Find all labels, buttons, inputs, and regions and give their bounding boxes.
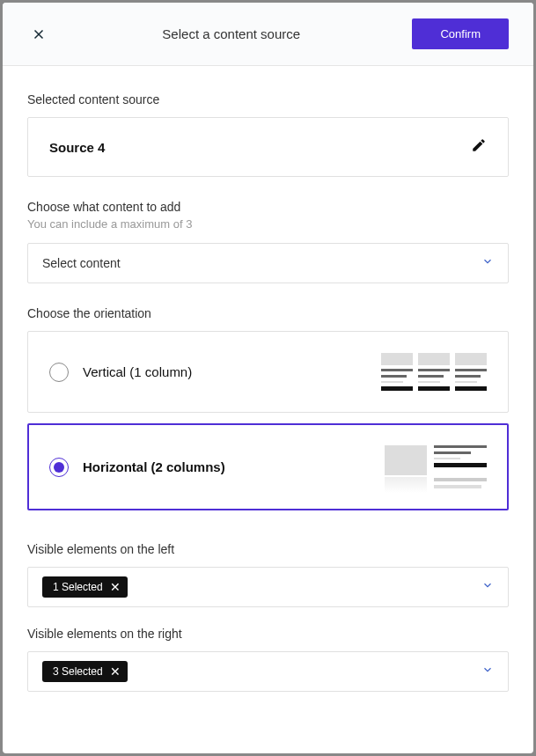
orientation-horizontal-option[interactable]: Horizontal (2 columns) xyxy=(27,423,509,510)
modal-title: Select a content source xyxy=(162,26,300,41)
visible-right-pill[interactable]: 3 Selected ✕ xyxy=(42,661,128,682)
pill-remove-icon[interactable]: ✕ xyxy=(110,581,121,593)
selected-source-name: Source 4 xyxy=(49,140,105,155)
modal-header: Select a content source Confirm xyxy=(3,3,533,66)
radio-dot xyxy=(54,462,64,473)
content-select-placeholder: Select content xyxy=(42,256,121,270)
chevron-down-icon xyxy=(481,579,494,595)
confirm-button[interactable]: Confirm xyxy=(412,18,509,49)
modal: Select a content source Confirm Selected… xyxy=(3,3,533,753)
orientation-vertical-option[interactable]: Vertical (1 column) xyxy=(27,331,509,413)
selected-source-card: Source 4 xyxy=(27,117,509,177)
orientation-vertical-label: Vertical (1 column) xyxy=(83,364,192,379)
close-icon xyxy=(31,26,47,42)
visible-left-label: Visible elements on the left xyxy=(27,542,509,556)
chevron-down-icon xyxy=(481,255,494,271)
visible-right-label: Visible elements on the right xyxy=(27,627,509,641)
close-button[interactable] xyxy=(27,23,50,46)
visible-right-dropdown[interactable]: 3 Selected ✕ xyxy=(27,651,509,692)
visible-left-dropdown[interactable]: 1 Selected ✕ xyxy=(27,567,509,607)
modal-content: Selected content source Source 4 Choose … xyxy=(3,66,533,753)
orientation-horizontal-label: Horizontal (2 columns) xyxy=(83,459,225,474)
preview-horizontal xyxy=(385,445,487,488)
radio-horizontal[interactable] xyxy=(49,458,69,477)
content-add-label: Choose what content to add xyxy=(27,200,509,214)
edit-button[interactable] xyxy=(471,137,487,157)
pencil-icon xyxy=(471,137,487,153)
selected-source-label: Selected content source xyxy=(27,92,509,106)
pill-remove-icon[interactable]: ✕ xyxy=(110,665,121,678)
radio-vertical[interactable] xyxy=(49,363,69,382)
preview-vertical xyxy=(381,353,487,391)
content-add-hint: You can include a maximum of 3 xyxy=(27,217,509,231)
visible-left-pill[interactable]: 1 Selected ✕ xyxy=(42,576,128,598)
content-select-dropdown[interactable]: Select content xyxy=(27,243,509,283)
orientation-label: Choose the orientation xyxy=(27,306,509,320)
visible-right-count: 3 Selected xyxy=(53,665,103,678)
visible-left-count: 1 Selected xyxy=(53,581,103,593)
chevron-down-icon xyxy=(481,664,494,679)
